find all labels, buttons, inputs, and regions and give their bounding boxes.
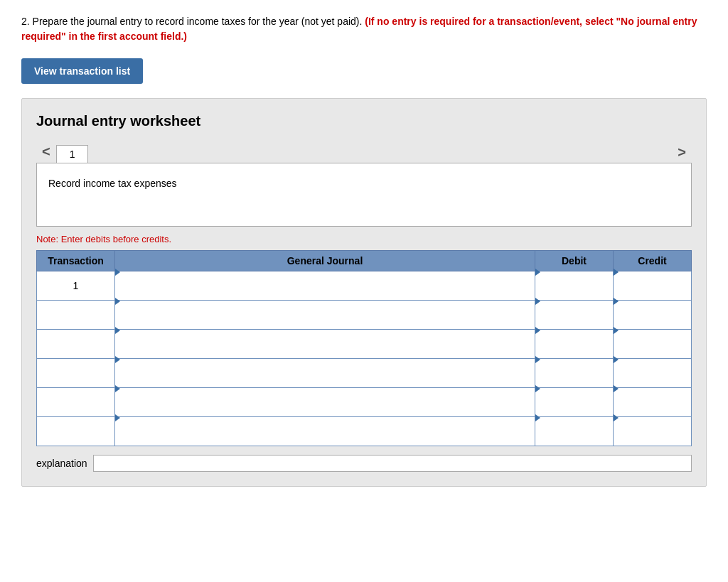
general-journal-input[interactable]: [115, 394, 535, 422]
debit-cell[interactable]: [535, 271, 614, 301]
instruction-block: 2. Prepare the journal entry to record i…: [21, 14, 707, 44]
arrow-icon: [115, 385, 120, 392]
explanation-row: explanation: [36, 455, 692, 472]
arrow-icon: [614, 269, 619, 276]
arrow-icon: [115, 414, 120, 421]
credit-input[interactable]: [614, 423, 691, 451]
header-debit: Debit: [535, 251, 614, 271]
journal-table: Transaction General Journal Debit Credit…: [36, 250, 692, 446]
arrow-icon: [535, 385, 540, 392]
instruction-text: Prepare the journal entry to record inco…: [33, 16, 363, 27]
general-journal-input[interactable]: [115, 365, 535, 393]
credit-input[interactable]: [614, 394, 691, 422]
tab-content-text: Record income tax expenses: [48, 178, 177, 189]
table-row: 1: [37, 271, 692, 301]
credit-input[interactable]: [614, 277, 691, 306]
tab-1[interactable]: 1: [56, 145, 89, 163]
arrow-icon: [614, 414, 619, 421]
nav-right-arrow[interactable]: >: [672, 141, 692, 163]
credit-input[interactable]: [614, 365, 691, 393]
arrow-icon: [614, 298, 619, 305]
worksheet-title: Journal entry worksheet: [36, 113, 692, 129]
debit-input[interactable]: [535, 277, 613, 306]
arrow-icon: [614, 385, 619, 392]
header-credit: Credit: [614, 251, 692, 271]
nav-left-arrow[interactable]: <: [36, 141, 56, 163]
general-journal-input[interactable]: [115, 306, 535, 335]
tab-navigation: < 1 >: [36, 141, 692, 163]
arrow-icon: [535, 414, 540, 421]
transaction-cell: [37, 417, 115, 446]
explanation-input[interactable]: [93, 455, 692, 472]
debit-input[interactable]: [535, 335, 613, 364]
header-general-journal: General Journal: [115, 251, 535, 271]
general-journal-input[interactable]: [115, 335, 535, 364]
arrow-icon: [535, 269, 540, 276]
note-text: Note: Enter debits before credits.: [36, 234, 692, 244]
transaction-cell: [37, 330, 115, 359]
arrow-icon: [115, 327, 120, 334]
explanation-label: explanation: [36, 458, 87, 469]
credit-cell[interactable]: [614, 271, 692, 301]
arrow-icon: [115, 269, 120, 276]
arrow-icon: [614, 356, 619, 363]
instruction-number: 2.: [21, 16, 30, 27]
debit-input[interactable]: [535, 423, 613, 451]
arrow-icon: [535, 298, 540, 305]
credit-input[interactable]: [614, 335, 691, 364]
header-transaction: Transaction: [37, 251, 115, 271]
arrow-icon: [535, 356, 540, 363]
arrow-icon: [115, 356, 120, 363]
general-journal-input[interactable]: [115, 277, 535, 306]
view-transaction-list-button[interactable]: View transaction list: [21, 58, 143, 84]
general-journal-input[interactable]: [115, 423, 535, 451]
tab-content-area: Record income tax expenses: [36, 163, 692, 227]
credit-input[interactable]: [614, 306, 691, 335]
debit-input[interactable]: [535, 394, 613, 422]
arrow-icon: [614, 327, 619, 334]
debit-input[interactable]: [535, 365, 613, 393]
general-journal-cell[interactable]: [115, 271, 535, 301]
debit-input[interactable]: [535, 306, 613, 335]
transaction-cell: 1: [37, 271, 115, 301]
transaction-cell: [37, 301, 115, 330]
arrow-icon: [535, 327, 540, 334]
transaction-cell: [37, 359, 115, 388]
arrow-icon: [115, 298, 120, 305]
transaction-cell: [37, 388, 115, 417]
worksheet-container: Journal entry worksheet < 1 > Record inc…: [21, 98, 707, 487]
